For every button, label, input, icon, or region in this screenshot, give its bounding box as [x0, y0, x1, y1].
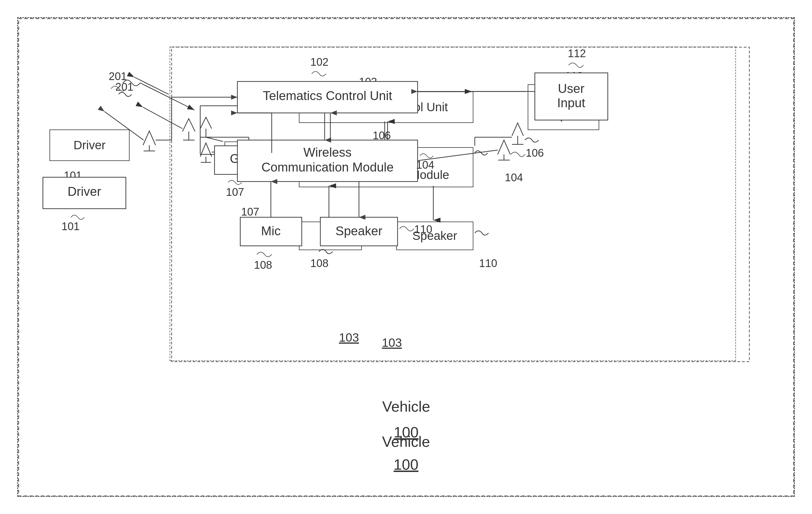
driver-number: 101: [64, 170, 82, 182]
mic-number: 108: [310, 257, 328, 270]
vehicle-number: 100: [394, 456, 418, 473]
tcu-number: 102: [359, 76, 377, 88]
gps-number: 107: [241, 206, 259, 218]
driver-box: Driver: [50, 129, 129, 161]
antenna-106-label: 106: [373, 129, 391, 142]
outer-vehicle-box: Vehicle 100 Driver 101 GPS 107 Telematic…: [17, 17, 795, 497]
wcm-number: 104: [505, 172, 523, 184]
mic-label-text: Mic: [321, 229, 340, 243]
wcm-label-text: WirelessCommunication Module: [323, 152, 449, 183]
user-input-label-text: UserInput: [550, 91, 577, 123]
tcu-box: Telematics Control Unit: [299, 91, 473, 123]
inner-system-box: GPS 107 Telematics Control Unit 102 Wire…: [170, 47, 736, 361]
user-input-number: 112: [565, 70, 583, 82]
wcm-box: WirelessCommunication Module: [299, 147, 473, 187]
speaker-label-text: Speaker: [412, 229, 457, 243]
inner-box-number: 103: [382, 336, 402, 350]
driver-label: Driver: [74, 139, 106, 152]
antenna-201-label: 201: [115, 81, 133, 93]
gps-label-text: GPS: [240, 149, 266, 163]
user-input-box: UserInput: [528, 84, 599, 130]
gps-box: GPS: [225, 142, 282, 170]
mic-box: Mic: [299, 221, 362, 250]
speaker-box: Speaker: [396, 221, 473, 250]
tcu-label-text: Telematics Control Unit: [324, 100, 448, 114]
speaker-number: 110: [479, 257, 497, 270]
vehicle-label: Vehicle: [382, 433, 430, 450]
